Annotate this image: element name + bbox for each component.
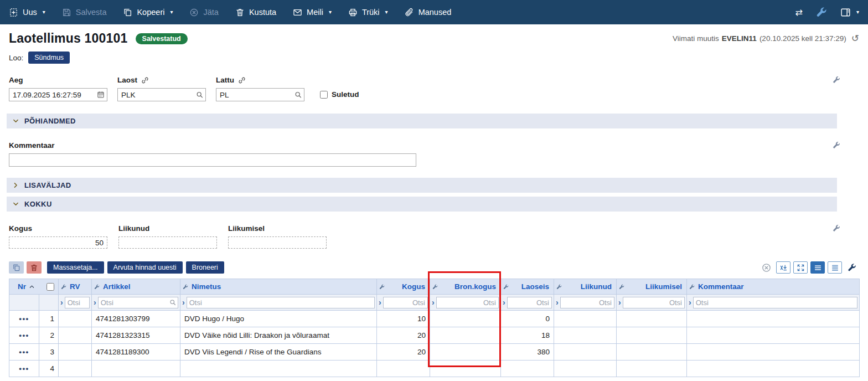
filter-kommentaar-input[interactable] (693, 297, 857, 308)
totals-settings-wrench-icon[interactable] (833, 224, 840, 232)
cell-laoseis[interactable]: 380 (501, 344, 554, 361)
clear-selection-button[interactable] (759, 261, 773, 274)
filter-laoseis-input[interactable] (507, 297, 552, 308)
chevron-down-icon[interactable]: ▾ (329, 9, 332, 15)
cell-bron-kogus[interactable] (430, 311, 501, 327)
cell-rv[interactable] (59, 361, 92, 377)
column-header-kommentaar[interactable]: Kommentaar (687, 279, 860, 295)
filter-operator-button[interactable]: › (432, 298, 435, 306)
column-settings-wrench-icon[interactable] (61, 284, 66, 290)
swap-view-icon[interactable]: ⇄ (795, 7, 803, 18)
cell-liikumisel[interactable] (617, 327, 687, 344)
cell-nimetus[interactable]: DVD Väike nõid Lilli: Draakon ja võluraa… (180, 327, 377, 344)
cell-rv[interactable] (59, 327, 92, 344)
column-settings-wrench-icon[interactable] (432, 284, 438, 290)
fullscreen-button[interactable] (793, 261, 808, 274)
sort-asc-icon[interactable] (29, 284, 35, 290)
broneeri-button[interactable]: Broneeri (186, 261, 224, 274)
cell-nimetus[interactable]: DVD Viis Legendi / Rise of the Guardians (180, 344, 377, 361)
section-lisavaljad[interactable]: LISAVÄLJAD (7, 178, 837, 193)
copy-rows-button[interactable] (9, 261, 24, 274)
view-compact-toggle[interactable] (810, 261, 825, 274)
cell-liikunud[interactable] (554, 361, 617, 377)
column-header-rv[interactable]: RV (59, 279, 92, 295)
cell-nr[interactable]: 4 (39, 361, 59, 377)
column-settings-wrench-icon[interactable] (183, 284, 188, 290)
cell-artikkel[interactable] (92, 361, 180, 377)
chevron-down-icon[interactable]: ▾ (170, 9, 173, 15)
cell-nimetus[interactable]: DVD Hugo / Hugo (180, 311, 377, 327)
cell-artikkel[interactable]: 4741281189300 (92, 344, 180, 361)
cell-artikkel[interactable]: 4741281323315 (92, 327, 180, 344)
cell-bron-kogus[interactable] (430, 327, 501, 344)
side-panel-toggle-button[interactable]: ▾ (840, 7, 859, 18)
cell-laoseis[interactable]: 0 (501, 311, 554, 327)
select-all-checkbox[interactable] (46, 283, 54, 291)
grid-settings-button[interactable] (845, 261, 859, 274)
row-menu-button[interactable]: ••• (9, 361, 39, 377)
cell-laoseis[interactable] (501, 361, 554, 377)
cell-artikkel[interactable]: 4741281303799 (92, 311, 180, 327)
column-settings-wrench-icon[interactable] (379, 284, 385, 290)
cell-kommentaar[interactable] (687, 344, 860, 361)
cell-liikumisel[interactable] (617, 344, 687, 361)
cell-kommentaar[interactable] (687, 327, 860, 344)
filter-liikunud-input[interactable] (560, 297, 614, 308)
search-icon[interactable] (169, 299, 176, 306)
filter-artikkel-input[interactable] (98, 297, 178, 308)
column-header-bron-kogus[interactable]: Bron.kogus (430, 279, 501, 295)
history-icon[interactable]: ↺ (851, 33, 859, 44)
filter-operator-button[interactable]: › (60, 298, 63, 306)
column-settings-wrench-icon[interactable] (689, 284, 695, 290)
cell-liikumisel[interactable] (617, 311, 687, 327)
chevron-down-icon[interactable]: ▾ (385, 9, 388, 15)
cell-bron-kogus[interactable] (430, 344, 501, 361)
column-settings-wrench-icon[interactable] (503, 284, 509, 290)
lattu-input[interactable] (216, 88, 304, 101)
massasetaja-button[interactable]: Massasetaja... (47, 261, 104, 274)
cell-liikunud[interactable] (554, 327, 617, 344)
column-settings-wrench-icon[interactable] (556, 284, 562, 290)
column-header-kogus[interactable]: Kogus (377, 279, 430, 295)
cell-liikumisel[interactable] (617, 361, 687, 377)
filter-operator-button[interactable]: › (556, 298, 559, 306)
filter-liikumisel-input[interactable] (623, 297, 685, 308)
section-pohiandmed[interactable]: PÕHIANDMED (7, 114, 837, 128)
fields-settings-wrench-icon[interactable] (833, 76, 840, 84)
cell-kogus[interactable]: 10 (377, 311, 430, 327)
filter-operator-button[interactable]: › (503, 298, 505, 306)
aeg-input[interactable] (9, 88, 107, 101)
row-menu-button[interactable]: ••• (9, 344, 39, 361)
view-detailed-toggle[interactable] (828, 261, 842, 274)
cell-nr[interactable]: 1 (39, 311, 59, 327)
print-button[interactable]: Trüki ▾ (348, 8, 388, 17)
link-icon[interactable] (141, 76, 149, 84)
filter-operator-button[interactable]: › (182, 298, 185, 306)
discard-button[interactable]: Jäta (189, 8, 218, 17)
cell-kommentaar[interactable] (687, 311, 860, 327)
cell-nr[interactable]: 3 (39, 344, 59, 361)
create-event-button[interactable]: Sündmus (28, 52, 70, 64)
cell-rv[interactable] (59, 311, 92, 327)
section-kokku[interactable]: KOKKU (7, 197, 837, 212)
copy-button[interactable]: Kopeeri ▾ (123, 8, 173, 17)
cell-liikunud[interactable] (554, 344, 617, 361)
cell-nimetus[interactable] (180, 361, 377, 377)
cell-nr[interactable]: 2 (39, 327, 59, 344)
search-icon[interactable] (196, 91, 203, 99)
cell-kogus[interactable]: 20 (377, 327, 430, 344)
attachments-button[interactable]: Manused (405, 8, 452, 17)
column-header-nimetus[interactable]: Nimetus (180, 279, 377, 295)
calendar-icon[interactable] (97, 91, 105, 99)
filter-operator-button[interactable]: › (94, 298, 96, 306)
link-icon[interactable] (238, 76, 246, 84)
cell-kogus[interactable]: 20 (377, 344, 430, 361)
cell-liikunud[interactable] (554, 311, 617, 327)
filter-operator-button[interactable]: › (689, 298, 691, 306)
save-button[interactable]: Salvesta (62, 8, 107, 17)
cell-kogus[interactable] (377, 361, 430, 377)
column-header-nr[interactable]: Nr (9, 279, 59, 295)
row-menu-button[interactable]: ••• (9, 311, 39, 327)
new-button[interactable]: Uus ▾ (9, 8, 45, 17)
export-excel-button[interactable] (776, 261, 790, 274)
